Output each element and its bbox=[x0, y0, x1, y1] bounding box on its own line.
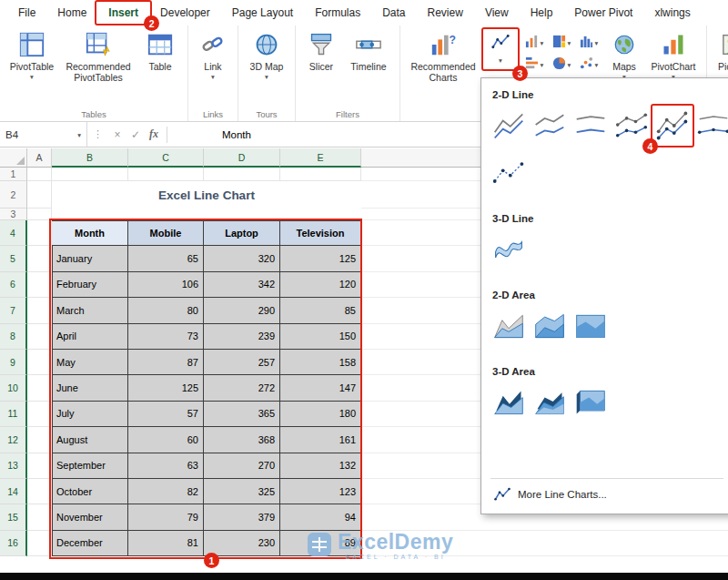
tab-developer[interactable]: Developer bbox=[149, 1, 221, 25]
table-data-cell[interactable]: 147 bbox=[280, 375, 361, 401]
chart-type-100-stacked-line-markers-icon[interactable] bbox=[695, 107, 728, 144]
table-button[interactable]: Table bbox=[137, 27, 183, 72]
row-header-10[interactable]: 10 bbox=[0, 375, 27, 401]
table-data-cell[interactable]: 290 bbox=[204, 298, 280, 323]
chart-type-line-3d-icon[interactable] bbox=[490, 231, 527, 268]
column-header-A[interactable]: A bbox=[27, 148, 52, 168]
table-data-cell[interactable]: 120 bbox=[280, 272, 361, 298]
table-data-cell[interactable]: 79 bbox=[128, 504, 204, 530]
table-header-cell[interactable]: Television bbox=[280, 220, 361, 246]
table-data-cell[interactable]: March bbox=[52, 298, 128, 323]
table-data-cell[interactable]: 325 bbox=[204, 479, 280, 504]
table-data-cell[interactable]: 230 bbox=[204, 531, 280, 556]
select-all-corner[interactable] bbox=[0, 148, 27, 168]
table-data-cell[interactable]: 82 bbox=[128, 479, 204, 504]
cell-A1[interactable] bbox=[27, 168, 52, 181]
cell[interactable] bbox=[128, 168, 204, 181]
cell-A8[interactable] bbox=[27, 324, 52, 350]
table-data-cell[interactable]: 180 bbox=[280, 402, 361, 427]
row-header-12[interactable]: 12 bbox=[0, 427, 27, 453]
recommended-pivottables-button[interactable]: Recommended PivotTables bbox=[59, 27, 137, 83]
table-data-cell[interactable]: 270 bbox=[204, 453, 280, 479]
chart-type-100-stacked-line-icon[interactable] bbox=[572, 107, 609, 144]
maps-button[interactable]: Maps ▾ bbox=[603, 27, 645, 81]
table-data-cell[interactable]: 60 bbox=[128, 427, 204, 453]
chart-type-area-icon[interactable] bbox=[490, 308, 527, 344]
row-header-8[interactable]: 8 bbox=[0, 324, 27, 350]
insert-hierarchy-chart-button[interactable]: ▾ bbox=[549, 33, 574, 53]
slicer-button[interactable]: Slicer bbox=[300, 27, 342, 72]
cell-A12[interactable] bbox=[27, 427, 52, 453]
table-data-cell[interactable]: 80 bbox=[128, 298, 204, 323]
tab-data[interactable]: Data bbox=[371, 1, 416, 25]
row-header-11[interactable]: 11 bbox=[0, 402, 27, 427]
tab-review[interactable]: Review bbox=[417, 1, 474, 25]
pivottable-button[interactable]: PivotTable ▾ bbox=[5, 27, 59, 81]
table-data-cell[interactable]: 158 bbox=[280, 350, 361, 375]
table-data-cell[interactable]: 272 bbox=[204, 375, 280, 401]
column-header-C[interactable]: C bbox=[128, 148, 204, 168]
cell-A10[interactable] bbox=[27, 375, 52, 401]
table-data-cell[interactable]: 106 bbox=[128, 272, 204, 298]
table-header-cell[interactable]: Laptop bbox=[204, 220, 280, 246]
table-data-cell[interactable]: November bbox=[52, 504, 128, 530]
insert-scatter-chart-button[interactable]: ▾ bbox=[576, 55, 602, 75]
row-header-3[interactable]: 3 bbox=[0, 209, 27, 220]
tab-page-layout[interactable]: Page Layout bbox=[221, 1, 304, 25]
table-data-cell[interactable]: 239 bbox=[204, 324, 280, 350]
table-data-cell[interactable]: 365 bbox=[204, 402, 280, 427]
link-button[interactable]: Link ▾ bbox=[193, 27, 233, 81]
more-line-charts-item[interactable]: More Line Charts... bbox=[490, 479, 728, 506]
insert-pie-chart-button[interactable]: ▾ bbox=[549, 55, 574, 75]
tab-help[interactable]: Help bbox=[520, 1, 564, 25]
row-header-14[interactable]: 14 bbox=[0, 479, 27, 504]
column-header-D[interactable]: D bbox=[204, 148, 280, 168]
tab-file[interactable]: File bbox=[7, 1, 46, 25]
table-data-cell[interactable]: December bbox=[52, 531, 128, 556]
table-data-cell[interactable]: 125 bbox=[128, 375, 204, 401]
cell[interactable] bbox=[280, 168, 361, 181]
table-data-cell[interactable]: 161 bbox=[280, 427, 361, 453]
row-header-5[interactable]: 5 bbox=[0, 246, 27, 271]
table-data-cell[interactable]: May bbox=[52, 350, 128, 375]
insert-function-icon[interactable]: fx bbox=[145, 127, 163, 141]
table-data-cell[interactable]: 132 bbox=[280, 453, 361, 479]
insert-statistic-chart-button[interactable]: ▾ bbox=[576, 33, 602, 53]
chart-type-100-stacked-area-3d-icon[interactable] bbox=[572, 384, 609, 421]
cell-A4[interactable] bbox=[27, 220, 52, 246]
cell-A15[interactable] bbox=[27, 504, 52, 530]
table-data-cell[interactable]: August bbox=[52, 427, 128, 453]
row-header-9[interactable]: 9 bbox=[0, 350, 27, 375]
column-header-B[interactable]: B bbox=[52, 148, 128, 168]
cell-A2[interactable] bbox=[27, 181, 52, 209]
table-data-cell[interactable]: 65 bbox=[128, 246, 204, 271]
table-data-cell[interactable]: September bbox=[52, 453, 128, 479]
chart-type-stacked-area-icon[interactable] bbox=[531, 308, 568, 344]
chart-type-line-icon[interactable] bbox=[490, 107, 527, 144]
insert-column-chart-button[interactable]: ▾ bbox=[521, 33, 547, 53]
pictures-button[interactable]: Pictures ▾ bbox=[712, 27, 728, 81]
recommended-charts-button[interactable]: ? Recommended Charts bbox=[405, 27, 481, 83]
table-data-cell[interactable]: October bbox=[52, 479, 128, 504]
table-data-cell[interactable]: 89 bbox=[280, 531, 361, 556]
table-data-cell[interactable]: 342 bbox=[204, 272, 280, 298]
table-data-cell[interactable]: 368 bbox=[204, 427, 280, 453]
cell[interactable] bbox=[361, 531, 728, 556]
chart-type-dotted-line-markers-icon[interactable] bbox=[490, 155, 527, 191]
insert-line-chart-button[interactable]: ▾ 3 bbox=[485, 31, 516, 67]
table-data-cell[interactable]: 94 bbox=[280, 504, 361, 530]
formula-bar-handle[interactable]: ⋮ bbox=[87, 128, 108, 140]
row-header-6[interactable]: 6 bbox=[0, 272, 27, 298]
table-data-cell[interactable]: 85 bbox=[280, 298, 361, 323]
row-header-1[interactable]: 1 bbox=[0, 168, 27, 181]
table-data-cell[interactable]: 73 bbox=[128, 324, 204, 350]
tab-power-pivot[interactable]: Power Pivot bbox=[563, 1, 643, 25]
table-data-cell[interactable]: February bbox=[52, 272, 128, 298]
table-header-cell[interactable]: Mobile bbox=[128, 220, 204, 246]
cell-A5[interactable] bbox=[27, 246, 52, 271]
cell-A13[interactable] bbox=[27, 453, 52, 479]
chart-type-line-markers-icon[interactable]: 4 bbox=[654, 107, 691, 144]
table-data-cell[interactable]: 150 bbox=[280, 324, 361, 350]
chart-type-stacked-line-icon[interactable] bbox=[531, 107, 568, 144]
table-data-cell[interactable]: 87 bbox=[128, 350, 204, 375]
